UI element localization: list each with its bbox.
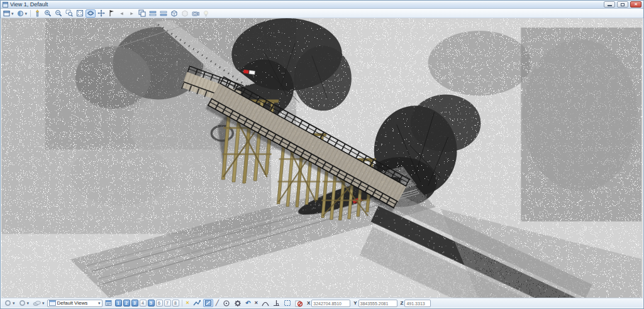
arc-tool-icon: [262, 300, 269, 306]
minimize-icon: [608, 5, 612, 6]
toolbar-separator: [30, 10, 31, 17]
zoom-out-button[interactable]: [53, 9, 64, 18]
brightness-icon: [34, 9, 41, 17]
place-line-button[interactable]: ╱: [214, 299, 220, 307]
pan-view-icon: [97, 9, 105, 17]
z-coordinate-label: Z: [401, 300, 404, 306]
open-view-dialog-button[interactable]: [104, 299, 114, 307]
view-group-select[interactable]: Default Views ▾: [47, 300, 103, 307]
close-icon: ×: [635, 2, 638, 7]
render-mode-icon: [203, 10, 209, 17]
render-mode-button[interactable]: [201, 9, 211, 18]
display-style-icon: [17, 10, 25, 17]
window-area-icon: [65, 9, 73, 17]
delete-icon: ×: [255, 300, 258, 306]
view-next-icon: ▸: [130, 11, 133, 16]
camera-view-button[interactable]: [191, 9, 201, 18]
clip-mask-button[interactable]: [180, 9, 190, 18]
perpendicular-snap-button[interactable]: [272, 299, 281, 307]
x-coordinate-field[interactable]: 3242704.8510: [311, 300, 350, 307]
fit-view-icon: [76, 9, 84, 17]
dropdown-arrow-icon: ▾: [42, 301, 45, 305]
history-forward-icon: [19, 300, 26, 306]
restore-button[interactable]: [617, 1, 628, 8]
settings-gear-button[interactable]: [233, 299, 243, 307]
dropdown-arrow-icon: ▾: [11, 11, 14, 16]
restore-icon: [621, 3, 625, 6]
view-attributes-button[interactable]: ▾: [2, 9, 15, 18]
manage-view-groups-button[interactable]: ▾: [31, 299, 46, 307]
rotate-view-button[interactable]: [86, 9, 96, 18]
clip-volume-icon: [170, 9, 178, 17]
delete-button[interactable]: ×: [253, 299, 259, 307]
view-toggle-6[interactable]: 6: [156, 300, 163, 306]
view-group-icon: [49, 300, 56, 306]
view-next-button[interactable]: ▸: [127, 9, 136, 18]
circle-tool-icon: [223, 300, 230, 307]
navigate-view-icon: [108, 9, 115, 17]
window-title: View 1, Default: [10, 1, 48, 8]
history-back-button[interactable]: ▾: [3, 299, 16, 307]
place-arc-button[interactable]: [260, 299, 270, 307]
view-previous-button[interactable]: ◂: [117, 9, 126, 18]
delete-element-button[interactable]: [294, 299, 304, 307]
view-attributes-icon: [3, 10, 11, 17]
view-window-icon: [3, 2, 8, 8]
selection-tool-icon: [204, 300, 212, 306]
adjust-view-brightness-button[interactable]: [33, 9, 42, 18]
view-dialog-icon: [105, 300, 113, 306]
clip-mask-icon: [181, 9, 189, 17]
zoom-out-icon: [55, 9, 62, 17]
navigate-view-button[interactable]: [107, 9, 116, 18]
view-toggle-1[interactable]: 1: [115, 300, 122, 306]
close-button[interactable]: ×: [630, 1, 641, 8]
x-coordinate-label: X: [307, 300, 310, 306]
fit-view-button[interactable]: [75, 9, 85, 18]
view-toggle-8[interactable]: 8: [172, 300, 179, 306]
history-back-icon: [4, 300, 11, 306]
place-circle-button[interactable]: [221, 299, 231, 307]
minimize-button[interactable]: [604, 1, 615, 8]
zoom-in-icon: [44, 9, 52, 17]
view-toggle-7[interactable]: 7: [164, 300, 171, 306]
fence-tool-icon: [284, 300, 291, 306]
pan-view-button[interactable]: [96, 9, 106, 18]
dropdown-arrow-icon: ▾: [27, 301, 30, 305]
view-rotation-icon: [149, 10, 157, 17]
status-bar: ▾ ▾ ▾ Default Views ▾ 1 2 3 4 5 6 7 8 ×: [1, 298, 643, 308]
copy-view-button[interactable]: [137, 9, 147, 18]
dropdown-arrow-icon: ▾: [25, 11, 28, 16]
view-groups-icon: [33, 300, 41, 306]
change-view-rotation-button[interactable]: [148, 9, 158, 18]
active-selection-button[interactable]: [203, 299, 213, 307]
view-toggle-5[interactable]: 5: [148, 300, 155, 306]
z-coordinate-field[interactable]: 491.3313: [404, 300, 431, 307]
point-cloud-viewport[interactable]: [1, 18, 643, 298]
view-toggle-2[interactable]: 2: [123, 300, 130, 306]
title-bar[interactable]: View 1, Default ×: [1, 1, 643, 9]
view-toolbar: ▾ ▾ ◂: [1, 9, 643, 18]
zoom-in-button[interactable]: [43, 9, 53, 18]
set-display-depth-button[interactable]: [158, 9, 169, 18]
window-area-button[interactable]: [64, 9, 74, 18]
smartline-icon: [193, 300, 201, 306]
y-coordinate-field[interactable]: 3843555.2081: [358, 300, 397, 307]
clip-volume-button[interactable]: [169, 9, 179, 18]
history-forward-button[interactable]: ▾: [18, 299, 31, 307]
place-smartline-button[interactable]: [192, 299, 202, 307]
view-group-value: Default Views: [57, 300, 96, 306]
gear-icon: [234, 300, 242, 307]
statusbar-separator: [182, 300, 182, 306]
place-line-icon: ╱: [216, 300, 219, 306]
dropdown-arrow-icon: ▾: [13, 301, 15, 305]
display-style-button[interactable]: ▾: [16, 9, 29, 18]
copy-view-icon: [138, 9, 146, 17]
view-toggle-3[interactable]: 3: [131, 300, 138, 306]
view-toggle-4[interactable]: 4: [140, 300, 147, 306]
undo-button[interactable]: ↶: [244, 299, 252, 307]
view-window: View 1, Default × ▾ ▾: [0, 0, 644, 309]
delete-element-icon: [295, 300, 303, 307]
close-task-button[interactable]: ×: [185, 299, 191, 307]
place-fence-button[interactable]: [282, 299, 292, 307]
y-coordinate-label: Y: [353, 300, 357, 306]
